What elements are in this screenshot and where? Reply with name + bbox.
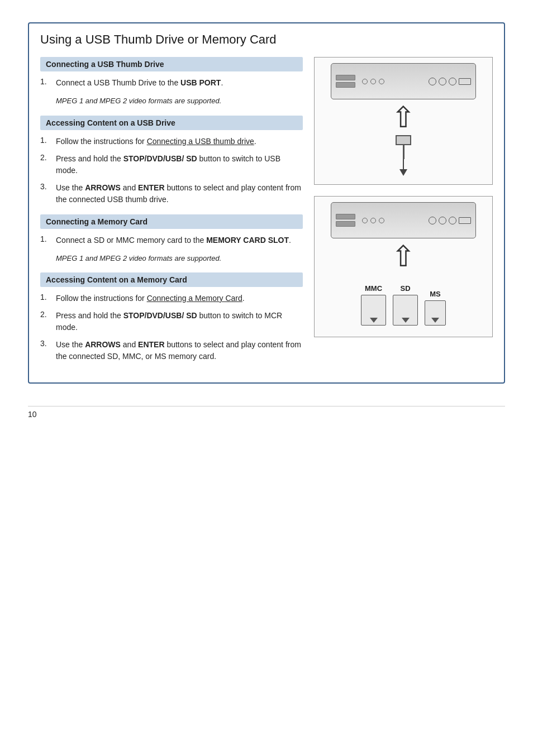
connecting-usb-section: Connecting a USB Thumb Drive 1. Connect …: [40, 57, 303, 107]
step-text: Use the ARROWS and ENTER buttons to sele…: [56, 182, 303, 205]
usb-connector-graphic: [395, 135, 412, 179]
left-column: Connecting a USB Thumb Drive 1. Connect …: [40, 57, 303, 371]
step-number: 2.: [40, 310, 51, 319]
usb-connect-step1: 1. Connect a USB Thumb Drive to the USB …: [40, 77, 303, 89]
dots-group: [362, 218, 384, 223]
usb-access-step2: 2. Press and hold the STOP/DVD/USB/ SD b…: [40, 153, 303, 176]
step-number: 2.: [40, 153, 51, 162]
step-number: 3.: [40, 182, 51, 191]
dots-group: [362, 79, 384, 84]
page-title: Using a USB Thumb Drive or Memory Card: [40, 32, 493, 47]
right-controls: [429, 217, 471, 224]
step-number: 1.: [40, 235, 51, 243]
step-number: 1.: [40, 136, 51, 145]
ctrl-circle-3: [449, 78, 456, 85]
slot-2: [336, 221, 355, 227]
accessing-usb-section: Accessing Content on a USB Drive 1. Foll…: [40, 116, 303, 205]
dot-1: [362, 79, 368, 84]
connecting-memory-header: Connecting a Memory Card: [40, 214, 303, 229]
dot-1: [362, 218, 368, 223]
memory-card-slots: MMC SD MS: [355, 279, 451, 331]
connecting-memory-section: Connecting a Memory Card 1. Connect a SD…: [40, 214, 303, 264]
sd-slot-container: SD: [393, 284, 418, 326]
usb-access-step3: 3. Use the ARROWS and ENTER buttons to s…: [40, 182, 303, 205]
memory-note: MPEG 1 and MPEG 2 video formats are supp…: [56, 253, 303, 264]
arrow-up-memory-icon: ⇧: [391, 242, 416, 271]
memory-connect-step1: 1. Connect a SD or MMC memory card to th…: [40, 235, 303, 246]
device-top-memory: [331, 202, 476, 238]
dot-3: [379, 79, 384, 84]
sd-label: SD: [400, 284, 410, 293]
page-footer: 10: [28, 406, 505, 419]
accessing-memory-header: Accessing Content on a Memory Card: [40, 272, 303, 287]
ms-triangle: [431, 318, 439, 323]
slot-group: [336, 214, 355, 227]
step-text: Follow the instructions for Connecting a…: [56, 293, 303, 304]
usb-arrow-down: [395, 159, 412, 179]
step-text: Connect a USB Thumb Drive to the USB POR…: [56, 77, 303, 89]
dot-3: [379, 218, 384, 223]
step-number: 1.: [40, 293, 51, 302]
ms-slot-box: [425, 300, 446, 326]
memory-access-step2: 2. Press and hold the STOP/DVD/USB/ SD b…: [40, 310, 303, 333]
usb-diagram: ⇧: [314, 57, 493, 185]
ms-slot-container: MS: [425, 290, 446, 326]
memory-diagram: ⇧ MMC SD: [314, 196, 493, 337]
slot-1: [336, 214, 355, 219]
accessing-memory-section: Accessing Content on a Memory Card 1. Fo…: [40, 272, 303, 362]
connecting-usb-header: Connecting a USB Thumb Drive: [40, 57, 303, 71]
ctrl-rect: [459, 217, 471, 224]
right-column: ⇧: [314, 57, 493, 371]
ctrl-circle-2: [439, 217, 446, 224]
accessing-usb-header: Accessing Content on a USB Drive: [40, 116, 303, 130]
slot-1: [336, 75, 355, 80]
connecting-memory-link[interactable]: Connecting a Memory Card: [147, 294, 242, 303]
step-number: 3.: [40, 339, 51, 348]
step-text: Use the ARROWS and ENTER buttons to sele…: [56, 339, 303, 362]
step-text: Follow the instructions for Connecting a…: [56, 136, 303, 147]
mmc-triangle: [370, 318, 378, 323]
slot-2: [336, 82, 355, 88]
sd-slot-box: [393, 295, 418, 326]
ctrl-circle-3: [449, 217, 456, 224]
usb-rect: [396, 135, 411, 145]
ctrl-circle-1: [429, 217, 436, 224]
page-number: 10: [28, 410, 37, 419]
ctrl-circle-2: [439, 78, 446, 85]
step-text: Press and hold the STOP/DVD/USB/ SD butt…: [56, 310, 303, 333]
cable-line: [403, 145, 404, 159]
sd-triangle: [402, 318, 410, 323]
arrow-up-icon: ⇧: [391, 103, 416, 132]
page-section: Using a USB Thumb Drive or Memory Card C…: [28, 22, 505, 384]
mmc-label: MMC: [365, 284, 382, 293]
usb-access-step1: 1. Follow the instructions for Connectin…: [40, 136, 303, 147]
usb-note: MPEG 1 and MPEG 2 video formats are supp…: [56, 95, 303, 107]
ctrl-circle-1: [429, 78, 436, 85]
right-controls: [429, 78, 471, 85]
mmc-slot-box: [361, 295, 386, 326]
mmc-slot-container: MMC: [361, 284, 386, 326]
step-text: Press and hold the STOP/DVD/USB/ SD butt…: [56, 153, 303, 176]
ms-label: MS: [430, 290, 441, 298]
connecting-usb-link[interactable]: Connecting a USB thumb drive: [147, 137, 254, 146]
dot-2: [370, 218, 376, 223]
slot-group: [336, 75, 355, 88]
device-top-usb: [331, 63, 476, 99]
step-number: 1.: [40, 77, 51, 86]
memory-access-step3: 3. Use the ARROWS and ENTER buttons to s…: [40, 339, 303, 362]
ctrl-rect: [459, 78, 471, 85]
svg-marker-1: [399, 169, 407, 176]
step-text: Connect a SD or MMC memory card to the M…: [56, 235, 303, 246]
memory-access-step1: 1. Follow the instructions for Connectin…: [40, 293, 303, 304]
dot-2: [370, 79, 376, 84]
